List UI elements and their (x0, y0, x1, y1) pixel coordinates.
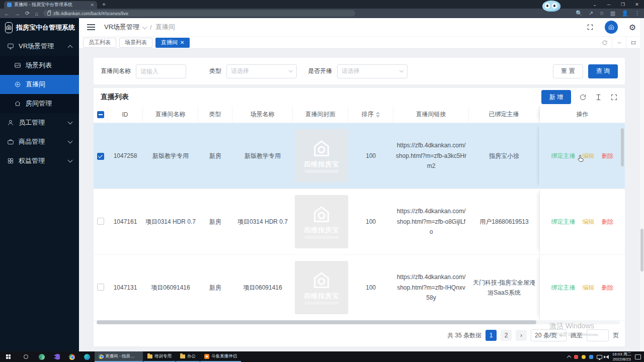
page-size-select[interactable]: 20 条/页 (531, 329, 567, 341)
row-checkbox[interactable] (97, 153, 104, 160)
back-icon[interactable]: ← (4, 11, 10, 17)
search-button[interactable]: 查 询 (588, 64, 618, 78)
cell-link[interactable]: https://zfb.4dkankan.com/shop.html?m=zfb… (393, 272, 469, 303)
table-fullscreen-icon[interactable] (610, 94, 618, 101)
bookmark-star-icon[interactable]: ☆ (599, 10, 604, 17)
bind-anchor-link[interactable]: 绑定主播 (551, 284, 576, 292)
avatar[interactable] (605, 21, 618, 34)
tab-staff-list[interactable]: 员工列表 (83, 38, 116, 48)
row-density-icon[interactable] (595, 94, 602, 101)
network-icon[interactable] (597, 355, 602, 359)
browser-tab[interactable]: 直播间 - 指房宝中台管理系统 ✕ (4, 1, 97, 9)
pinned-app-chrome-icon[interactable] (64, 351, 79, 362)
tab-live-room[interactable]: 直播间 ✕ (155, 38, 190, 48)
tab-scene-list[interactable]: 场景列表 (119, 38, 152, 48)
refresh-icon[interactable] (579, 94, 587, 101)
taskbar-app-folder-office[interactable]: 办公 (176, 351, 200, 362)
sidebar-group-vr-scene[interactable]: VR场景管理 (0, 37, 79, 56)
sidebar-group-goods[interactable]: 商品管理 (0, 132, 79, 151)
edit-link[interactable]: 编辑 (583, 284, 595, 292)
pinned-app-1-icon[interactable] (34, 351, 49, 362)
taskbar-app-douyu[interactable]: 斗鱼直播伴侣 (200, 351, 241, 362)
notification-center-icon[interactable] (635, 354, 641, 359)
tab-label: 员工列表 (89, 39, 111, 46)
new-tab-icon[interactable]: + (102, 1, 106, 9)
tab-close-icon[interactable]: ✕ (180, 40, 184, 45)
tab-search-icon[interactable]: ⌄ (588, 2, 602, 7)
select-all-checkbox[interactable] (97, 111, 104, 118)
live-status-select[interactable]: 请选择 (337, 64, 408, 78)
jump-page-input[interactable] (587, 329, 609, 341)
room-name-input[interactable] (136, 64, 186, 78)
cell-link[interactable]: https://zfb.4dkankan.com/shop.html?m=zfb… (393, 206, 469, 237)
tray-expand-icon[interactable] (567, 355, 571, 359)
window-maximize-icon[interactable]: ❐ (616, 2, 630, 7)
table-row[interactable]: 1047161 项目0314 HDR 0.7 新房 项目0314 HDR 0.7… (94, 189, 625, 255)
next-page-button[interactable]: › (516, 330, 527, 341)
reset-button[interactable]: 重 置 (553, 64, 583, 78)
window-close-icon[interactable]: ✕ (630, 2, 644, 7)
delete-link[interactable]: 删除 (602, 218, 614, 226)
cell-link[interactable]: https://zfb.4dkankan.com/shop.html?m=zfb… (393, 140, 469, 171)
forward-icon[interactable]: → (15, 11, 20, 17)
sidebar-group-staff[interactable]: 员工管理 (0, 113, 79, 132)
browser-menu-icon[interactable]: ⋮ (634, 10, 640, 17)
sidebar-item-live-room[interactable]: 直播间 (0, 75, 79, 94)
table-row[interactable]: 1047131 项目06091416 新房 项目06091416 四维指房宝 1… (94, 255, 625, 321)
exit-fullscreen-icon[interactable] (626, 37, 640, 48)
horizontal-scrollbar[interactable] (97, 320, 620, 324)
chevron-down-icon[interactable] (612, 37, 626, 48)
page-1-button[interactable]: 1 (486, 330, 497, 341)
sidebar-group-rights[interactable]: 权益管理 (0, 151, 79, 170)
page-scrollbar[interactable] (640, 18, 644, 351)
monitor-icon (7, 43, 14, 50)
table-vertical-scrollbar[interactable] (621, 128, 624, 166)
tray-app-red-icon[interactable] (574, 355, 578, 359)
cover-thumbnail[interactable]: 四维指房宝 (295, 195, 348, 248)
page-2-button[interactable]: 2 (501, 330, 512, 341)
volume-icon[interactable] (606, 355, 609, 359)
zoom-page-icon[interactable]: 🔍 (576, 10, 583, 17)
edit-link[interactable]: 编辑 (583, 218, 595, 226)
app-logo-icon (5, 22, 13, 33)
refresh-tabs-icon[interactable] (598, 37, 612, 48)
start-button[interactable] (0, 351, 17, 362)
taskbar-app-label: 培训专用 (154, 353, 172, 359)
taskbar-app-browser[interactable]: 直播间 - 指房宝中... (95, 351, 143, 362)
url-bar[interactable]: zfb.4dkankan.com/back/#/scenes/live (43, 10, 355, 17)
delete-link[interactable]: 删除 (602, 284, 614, 292)
cover-thumbnail[interactable]: 四维指房宝 (295, 129, 348, 183)
row-checkbox[interactable] (97, 218, 104, 225)
tray-app-yellow-icon[interactable] (582, 355, 586, 359)
tab-label: 直播间 (161, 39, 178, 46)
bind-anchor-link[interactable]: 绑定主播 (551, 152, 576, 160)
fullscreen-icon[interactable] (587, 24, 594, 31)
gear-icon[interactable]: ⚙ (629, 23, 636, 32)
bind-anchor-link[interactable]: 绑定主播 (551, 218, 576, 226)
reload-icon[interactable]: ⟳ (25, 10, 30, 17)
home-icon[interactable]: ⌂ (35, 11, 38, 17)
delete-link[interactable]: 删除 (602, 152, 614, 160)
breadcrumb-current: 直播间 (155, 23, 175, 32)
sort-carets-icon[interactable] (376, 112, 380, 118)
profile-icon[interactable]: 👤 (621, 10, 628, 17)
taskbar-clock[interactable]: 16:03 周二 2022/8/23 (612, 352, 631, 362)
tray-app-blue-icon[interactable] (589, 355, 593, 359)
share-icon[interactable]: ↗ (589, 10, 593, 17)
add-button[interactable]: 新 增 (541, 90, 571, 104)
table-row[interactable]: 1047258 新版教学专用 新房 新版教学专用 四维指房宝 100 https… (94, 123, 625, 189)
window-minimize-icon[interactable]: ─ (602, 2, 616, 7)
taskbar-app-folder-training[interactable]: 培训专用 (143, 351, 176, 362)
tab-close-icon[interactable]: ✕ (90, 3, 94, 8)
side-panel-icon[interactable]: ▥ (610, 10, 615, 17)
pinned-app-edge-icon[interactable] (79, 351, 95, 362)
row-checkbox[interactable] (97, 284, 104, 291)
search-button[interactable] (17, 351, 34, 362)
collapse-menu-icon[interactable] (87, 24, 95, 30)
sidebar-item-room-manage[interactable]: 房间管理 (0, 94, 79, 113)
sidebar-item-scene-list[interactable]: 场景列表 (0, 56, 79, 75)
pinned-app-vscode-icon[interactable] (49, 351, 64, 362)
type-select[interactable]: 请选择 (226, 64, 297, 78)
breadcrumb-parent[interactable]: VR场景管理 (104, 23, 139, 32)
cover-thumbnail[interactable]: 四维指房宝 (295, 261, 348, 314)
